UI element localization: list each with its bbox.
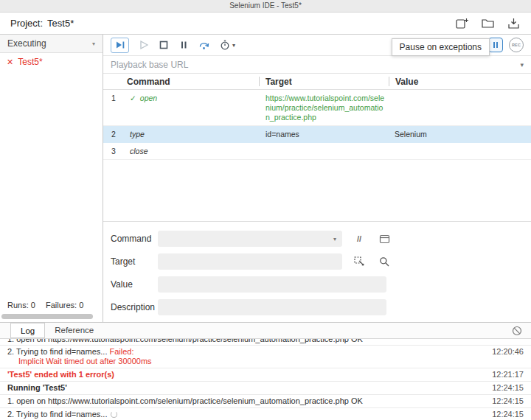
rec-label: REC <box>512 43 521 47</box>
tooltip-text: Pause on exceptions <box>400 42 482 52</box>
value-cell: Selenium <box>389 126 531 142</box>
new-project-icon[interactable] <box>455 17 469 29</box>
commands-table-body: 1 ✓open https://www.tutorialspoint.com/s… <box>103 90 531 222</box>
project-label: Project: <box>10 18 43 29</box>
target-column-header[interactable]: Target <box>260 77 389 87</box>
tab-log[interactable]: Log <box>10 323 45 338</box>
log-text-prefix: 2. Trying to find id=names... <box>7 347 110 356</box>
value-input[interactable] <box>158 276 386 293</box>
log-text: 2. Trying to find id=names... Failed: Im… <box>7 347 492 366</box>
chevron-down-icon: ▾ <box>92 41 95 47</box>
command-name: open <box>140 94 157 102</box>
main-content: Executing ▾ ✕ Test5* Runs: 0 Failures: 0 <box>0 35 531 322</box>
log-text: 2. Trying to find id=names... <box>7 410 492 419</box>
sidebar-state-dropdown[interactable]: Executing ▾ <box>0 35 103 53</box>
step-over-button[interactable] <box>198 40 210 50</box>
failures-count: Failures: 0 <box>46 301 83 309</box>
chevron-down-icon: ▾ <box>232 42 235 49</box>
record-button[interactable]: REC <box>509 38 524 52</box>
save-project-icon[interactable] <box>507 17 521 29</box>
playback-toolbar: ▾ Pause on exceptions REC <box>103 35 531 56</box>
target-form-row: Target <box>111 253 524 270</box>
pause-on-exceptions-tooltip: Pause on exceptions <box>392 38 490 56</box>
command-form-row: Command ▾ // <box>111 231 524 247</box>
pause-button[interactable] <box>178 40 189 50</box>
command-field-label: Command <box>111 234 158 244</box>
row-number: 2 <box>103 126 124 142</box>
tab-reference[interactable]: Reference <box>45 323 103 338</box>
test-failed-x-icon: ✕ <box>7 58 13 66</box>
passed-check-icon: ✓ <box>130 94 136 102</box>
value-form-row: Value <box>111 276 524 293</box>
playback-base-url-input[interactable] <box>111 60 516 70</box>
commands-table-header: Command Target Value <box>103 74 531 90</box>
log-timestamp: 12:20:46 <box>492 347 524 357</box>
tests-sidebar: Executing ▾ ✕ Test5* Runs: 0 Failures: 0 <box>0 35 103 322</box>
log-text-inner: 2. Trying to find id=names... <box>7 410 107 419</box>
row-number: 3 <box>103 143 124 159</box>
sidebar-state-label: Executing <box>7 38 46 49</box>
command-name: close <box>130 147 148 155</box>
command-name: type <box>130 130 145 139</box>
run-current-test-button[interactable] <box>139 40 149 50</box>
command-column-header[interactable]: Command <box>124 77 259 87</box>
horizontal-scrollbar[interactable] <box>1 314 93 319</box>
log-entry-finding: 2. Trying to find id=names... 12:24:15 <box>0 408 531 420</box>
target-input[interactable] <box>158 253 342 270</box>
log-entry-running: Running 'Test5' 12:24:15 <box>0 382 531 395</box>
toolbar-right-group: REC <box>488 38 524 52</box>
log-timestamp: 12:24:15 <box>492 383 524 393</box>
target-cell: https://www.tutorialspoint.com/selenium/… <box>260 90 389 125</box>
log-entry-ended: 'Test5' ended with 1 error(s) 12:21:17 <box>0 368 531 382</box>
open-project-icon[interactable] <box>481 17 495 29</box>
error-detail: Implicit Wait timed out after 30000ms <box>7 357 483 366</box>
description-input[interactable] <box>158 299 386 315</box>
select-target-icon[interactable] <box>351 254 367 269</box>
log-tabbar: Log Reference <box>0 323 531 339</box>
target-cell <box>260 143 389 159</box>
log-timestamp: 12:21:17 <box>492 370 524 379</box>
test-name-label: Test5* <box>18 57 42 67</box>
chevron-down-icon: ▾ <box>333 236 336 242</box>
open-new-window-icon[interactable] <box>376 231 392 246</box>
command-cell: ✓open <box>124 90 260 125</box>
target-field-label: Target <box>111 256 158 267</box>
project-name: Test5* <box>47 18 74 29</box>
sidebar-spacer <box>0 71 103 298</box>
log-entry-clipped: 1. open on https://www.tutorialspoint.co… <box>0 339 531 346</box>
log-text: 1. open on https://www.tutorialspoint.co… <box>7 339 524 344</box>
log-entries: 1. open on https://www.tutorialspoint.co… <box>0 339 531 420</box>
value-column-header[interactable]: Value <box>389 77 531 87</box>
log-entry-failed: 2. Trying to find id=names... Failed: Im… <box>0 346 531 368</box>
search-target-icon[interactable] <box>376 254 392 269</box>
log-panel: Log Reference 1. open on https://www.tut… <box>0 322 531 420</box>
test-speed-control[interactable]: ▾ <box>220 40 235 50</box>
value-cell <box>389 143 531 159</box>
description-field-label: Description <box>111 302 158 312</box>
stop-button[interactable] <box>159 40 169 50</box>
project-actions <box>455 17 521 29</box>
slashes-label: // <box>357 234 361 243</box>
window-title: Selenium IDE - Test5* <box>229 1 302 10</box>
command-cell: close <box>124 143 260 159</box>
log-text: 'Test5' ended with 1 error(s) <box>7 370 492 379</box>
toggle-comment-icon[interactable]: // <box>351 231 367 246</box>
log-timestamp: 12:24:15 <box>492 396 524 406</box>
table-row-selected[interactable]: 2 type id=names Selenium <box>103 126 531 143</box>
editor-panel: ▾ Pause on exceptions REC ▾ <box>103 35 531 322</box>
table-row[interactable]: 1 ✓open https://www.tutorialspoint.com/s… <box>103 90 531 126</box>
value-cell <box>389 90 531 125</box>
log-text: Running 'Test5' <box>7 383 492 393</box>
row-number: 1 <box>103 90 124 125</box>
sidebar-item-test5[interactable]: ✕ Test5* <box>0 53 103 71</box>
chevron-down-icon[interactable]: ▾ <box>516 61 524 69</box>
command-select[interactable]: ▾ <box>158 231 342 247</box>
run-all-tests-button[interactable] <box>111 38 129 53</box>
failed-label: Failed: <box>110 347 134 356</box>
playback-url-row: ▾ <box>103 56 531 74</box>
table-row[interactable]: 3 close <box>103 143 531 160</box>
window-titlebar: Selenium IDE - Test5* <box>0 0 531 13</box>
clear-log-icon[interactable] <box>512 326 522 336</box>
pause-on-exceptions-toggle[interactable] <box>488 38 503 52</box>
loading-spinner-icon <box>111 411 117 418</box>
